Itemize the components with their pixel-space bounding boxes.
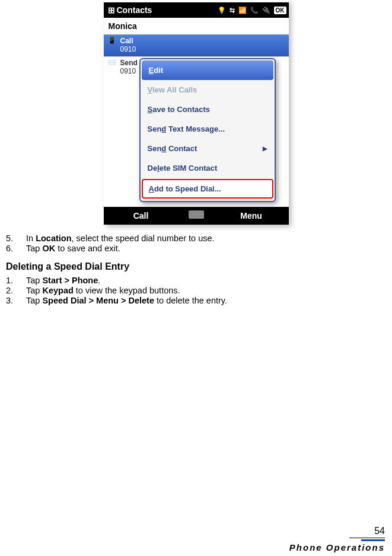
sync-icon: ⇆ [230, 7, 235, 14]
action-send-number: 0910 [120, 67, 138, 75]
notif-icon: 💡 [218, 7, 226, 14]
menu-delete-sim-contact[interactable]: Delete SIM Contact [141, 158, 275, 178]
footer-title: Phone Operations [7, 542, 385, 552]
menu-save-to-contacts[interactable]: Save to Contacts [141, 100, 275, 119]
softkey-call[interactable]: Call [104, 211, 179, 221]
app-title: Contacts [117, 5, 152, 15]
device-titlebar: ⊞ Contacts 💡 ⇆ 📶 📞 🔌 OK [104, 2, 289, 18]
status-icons: 💡 ⇆ 📶 📞 🔌 OK [218, 7, 286, 14]
document-body: 5.In Location, select the speed dial num… [0, 232, 392, 305]
page-footer: 54 Phone Operations [7, 526, 385, 552]
submenu-arrow-icon: ▶ [263, 145, 267, 152]
softkey-menu[interactable]: Menu [214, 211, 289, 221]
menu-add-to-speed-dial[interactable]: Add to Speed Dial... [142, 179, 273, 199]
menu-view-all-calls[interactable]: View All Calls [141, 80, 275, 100]
power-icon: 🔌 [262, 7, 270, 14]
action-call[interactable]: 📱 Call 0910 [104, 35, 289, 57]
page-number: 54 [7, 526, 385, 536]
contact-name: Monica [104, 18, 289, 35]
menu-edit[interactable]: Edit [142, 60, 273, 80]
menu-send-contact[interactable]: Send Contact ▶ [141, 139, 275, 158]
section-heading: Deleting a Speed Dial Entry [6, 261, 386, 272]
windows-icon: ⊞ [106, 5, 117, 15]
delete-step-2: 2.Tap Keypad to view the keypad buttons. [6, 286, 386, 295]
keyboard-icon[interactable] [179, 210, 214, 221]
sms-icon: ✉️ [107, 59, 117, 78]
ok-button[interactable]: OK [274, 7, 286, 14]
menu-send-text-message[interactable]: Send Text Message... [141, 119, 275, 139]
action-call-label: Call [120, 37, 136, 45]
phone-icon: 📞 [250, 7, 259, 14]
delete-step-1: 1.Tap Start > Phone. [6, 276, 386, 285]
signal-icon: 📶 [238, 7, 247, 14]
device-screenshot: ⊞ Contacts 💡 ⇆ 📶 📞 🔌 OK Monica 📱 Call 09… [104, 0, 289, 225]
action-send-label: Send [120, 59, 138, 67]
step-5: 5.In Location, select the speed dial num… [6, 234, 386, 243]
delete-step-3: 3.Tap Speed Dial > Menu > Delete to dele… [6, 296, 386, 305]
contact-actions: 📱 Call 0910 ✉️ Send 0910 Edit Vi [104, 35, 289, 207]
step-6: 6.Tap OK to save and exit. [6, 244, 386, 253]
mobile-icon: 📱 [107, 37, 117, 56]
action-call-number: 0910 [120, 45, 136, 53]
softkey-bar: Call Menu [104, 207, 289, 225]
context-menu: Edit View All Calls Save to Contacts Sen… [139, 58, 276, 202]
